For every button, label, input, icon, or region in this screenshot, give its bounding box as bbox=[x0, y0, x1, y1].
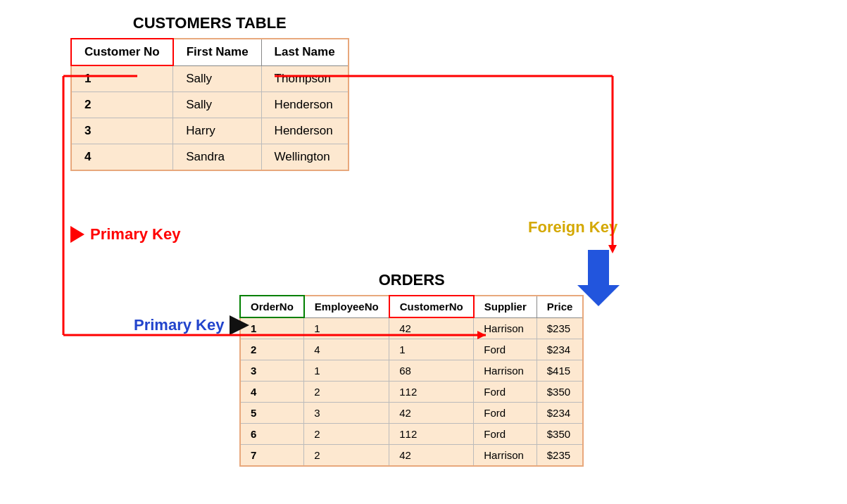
orders-cell-custno: 42 bbox=[389, 445, 474, 467]
orders-cell-supplier: Ford bbox=[474, 382, 537, 403]
customers-title: CUSTOMERS TABLE bbox=[70, 14, 349, 32]
customers-cell-first: Sandra bbox=[173, 144, 261, 171]
orders-cell-empno: 2 bbox=[304, 424, 389, 445]
orders-cell-price: $235 bbox=[537, 445, 583, 467]
orders-cell-orderno: 1 bbox=[240, 317, 304, 339]
orders-cell-price: $234 bbox=[537, 339, 583, 360]
orders-cell-custno: 68 bbox=[389, 360, 474, 382]
orders-row: 5 3 42 Ford $234 bbox=[240, 403, 583, 424]
orders-row: 7 2 42 Harrison $235 bbox=[240, 445, 583, 467]
orders-row: 6 2 112 Ford $350 bbox=[240, 424, 583, 445]
orders-cell-empno: 1 bbox=[304, 317, 389, 339]
customers-section: CUSTOMERS TABLE Customer No First Name L… bbox=[70, 14, 349, 171]
orders-cell-supplier: Ford bbox=[474, 424, 537, 445]
primary-key-red-label: Primary Key bbox=[70, 225, 180, 244]
orders-cell-custno: 112 bbox=[389, 424, 474, 445]
orders-header-custno: CustomerNo bbox=[389, 296, 474, 317]
orders-cell-price: $350 bbox=[537, 382, 583, 403]
orders-header-supplier: Supplier bbox=[474, 296, 537, 317]
arrow-right-red-icon bbox=[70, 226, 84, 243]
customers-row: 3 Harry Henderson bbox=[71, 118, 349, 144]
orders-section: ORDERS OrderNo EmployeeNo CustomerNo Sup… bbox=[239, 271, 584, 467]
customers-cell-no: 2 bbox=[71, 92, 173, 118]
orders-cell-empno: 2 bbox=[304, 382, 389, 403]
orders-cell-empno: 2 bbox=[304, 445, 389, 467]
orders-cell-custno: 42 bbox=[389, 403, 474, 424]
orders-cell-supplier: Ford bbox=[474, 339, 537, 360]
orders-cell-supplier: Harrison bbox=[474, 445, 537, 467]
customers-cell-no: 4 bbox=[71, 144, 173, 171]
customers-cell-first: Sally bbox=[173, 65, 261, 92]
orders-cell-orderno: 6 bbox=[240, 424, 304, 445]
orders-row: 3 1 68 Harrison $415 bbox=[240, 360, 583, 382]
orders-cell-price: $234 bbox=[537, 403, 583, 424]
customers-cell-last: Thompson bbox=[261, 65, 348, 92]
customers-cell-last: Wellington bbox=[261, 144, 348, 171]
orders-cell-custno: 42 bbox=[389, 317, 474, 339]
primary-key-red-text: Primary Key bbox=[90, 225, 180, 244]
primary-key-blue-label: Primary Key bbox=[134, 315, 249, 335]
orders-header-orderno: OrderNo bbox=[240, 296, 304, 317]
orders-cell-supplier: Harrison bbox=[474, 317, 537, 339]
orders-header-price: Price bbox=[537, 296, 583, 317]
orders-cell-empno: 4 bbox=[304, 339, 389, 360]
orders-cell-orderno: 2 bbox=[240, 339, 304, 360]
orders-cell-custno: 112 bbox=[389, 382, 474, 403]
orders-cell-supplier: Ford bbox=[474, 403, 537, 424]
customers-cell-no: 1 bbox=[71, 65, 173, 92]
orders-header-empno: EmployeeNo bbox=[304, 296, 389, 317]
customers-header-last: Last Name bbox=[261, 39, 348, 65]
customers-table: Customer No First Name Last Name 1 Sally… bbox=[70, 38, 349, 171]
orders-cell-price: $415 bbox=[537, 360, 583, 382]
orders-row: 2 4 1 Ford $234 bbox=[240, 339, 583, 360]
customers-cell-first: Harry bbox=[173, 118, 261, 144]
orders-cell-empno: 3 bbox=[304, 403, 389, 424]
orders-row: 1 1 42 Harrison $235 bbox=[240, 317, 583, 339]
customers-header-row: Customer No First Name Last Name bbox=[71, 39, 349, 65]
customers-row: 4 Sandra Wellington bbox=[71, 144, 349, 171]
foreign-key-label: Foreign Key bbox=[528, 218, 617, 237]
customers-cell-last: Henderson bbox=[261, 118, 348, 144]
orders-cell-orderno: 5 bbox=[240, 403, 304, 424]
orders-cell-custno: 1 bbox=[389, 339, 474, 360]
orders-header-row: OrderNo EmployeeNo CustomerNo Supplier P… bbox=[240, 296, 583, 317]
main-container: CUSTOMERS TABLE Customer No First Name L… bbox=[0, 0, 847, 504]
orders-cell-orderno: 7 bbox=[240, 445, 304, 467]
customers-row: 2 Sally Henderson bbox=[71, 92, 349, 118]
orders-cell-price: $235 bbox=[537, 317, 583, 339]
orders-cell-price: $350 bbox=[537, 424, 583, 445]
orders-cell-empno: 1 bbox=[304, 360, 389, 382]
arrow-right-black-icon bbox=[230, 315, 249, 335]
customers-header-first: First Name bbox=[173, 39, 261, 65]
customers-cell-no: 3 bbox=[71, 118, 173, 144]
customers-row: 1 Sally Thompson bbox=[71, 65, 349, 92]
orders-cell-orderno: 3 bbox=[240, 360, 304, 382]
orders-cell-supplier: Harrison bbox=[474, 360, 537, 382]
primary-key-blue-text: Primary Key bbox=[134, 316, 224, 334]
orders-title: ORDERS bbox=[239, 271, 584, 289]
orders-cell-orderno: 4 bbox=[240, 382, 304, 403]
customers-header-no: Customer No bbox=[71, 39, 173, 65]
orders-table: OrderNo EmployeeNo CustomerNo Supplier P… bbox=[239, 295, 584, 467]
customers-cell-first: Sally bbox=[173, 92, 261, 118]
orders-row: 4 2 112 Ford $350 bbox=[240, 382, 583, 403]
customers-cell-last: Henderson bbox=[261, 92, 348, 118]
